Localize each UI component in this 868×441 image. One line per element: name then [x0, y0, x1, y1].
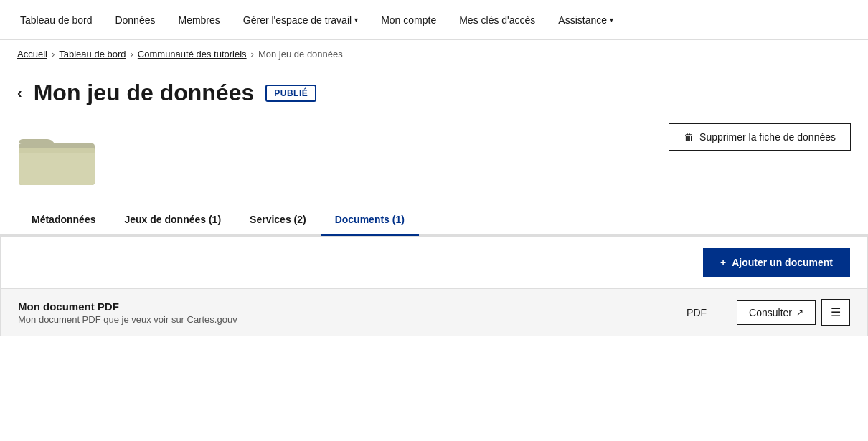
document-description: Mon document PDF que je veux voir sur Ca…	[18, 314, 656, 325]
document-actions: Consulter ↗ ☰	[737, 299, 850, 326]
svg-rect-2	[19, 148, 95, 153]
nav-tableau-de-bord[interactable]: Tableau de bord	[11, 9, 100, 32]
nav-assistance[interactable]: Assistance ▾	[549, 9, 622, 32]
add-document-button[interactable]: + Ajouter un document	[703, 248, 850, 277]
nav-donnees[interactable]: Données	[106, 9, 164, 32]
nav-gerer-espace[interactable]: Gérer l'espace de travail ▾	[235, 9, 367, 32]
nav-mon-compte[interactable]: Mon compte	[372, 9, 445, 32]
document-menu-button[interactable]: ☰	[821, 299, 850, 326]
breadcrumb-accueil[interactable]: Accueil	[17, 49, 47, 60]
tabs-bar: Métadonnées Jeux de données (1) Services…	[0, 205, 868, 236]
page-header: ‹ Mon jeu de données PUBLIÉ	[0, 68, 868, 112]
document-name: Mon document PDF	[18, 300, 656, 313]
chevron-down-icon: ▾	[354, 16, 358, 24]
plus-icon: +	[720, 257, 726, 268]
external-link-icon: ↗	[796, 308, 803, 318]
add-document-row: + Ajouter un document	[1, 237, 867, 288]
consult-button[interactable]: Consulter ↗	[737, 300, 816, 325]
dataset-folder-icon	[17, 123, 96, 188]
delete-button[interactable]: 🗑 Supprimer la fiche de données	[669, 123, 851, 151]
tab-jeux-de-donnees[interactable]: Jeux de données (1)	[110, 205, 235, 236]
document-info: Mon document PDF Mon document PDF que je…	[18, 300, 656, 325]
breadcrumb-tableau-de-bord[interactable]: Tableau de bord	[59, 49, 126, 60]
page-title: Mon jeu de données	[34, 80, 255, 106]
document-type: PDF	[668, 307, 725, 318]
tab-services[interactable]: Services (2)	[235, 205, 321, 236]
back-button[interactable]: ‹	[17, 85, 22, 101]
breadcrumb-current: Mon jeu de données	[258, 49, 343, 60]
breadcrumb: Accueil › Tableau de bord › Communauté d…	[0, 40, 868, 68]
status-badge: PUBLIÉ	[265, 85, 316, 102]
content-area: 🗑 Supprimer la fiche de données	[0, 112, 868, 199]
nav-membres[interactable]: Membres	[169, 9, 228, 32]
menu-icon: ☰	[831, 305, 841, 319]
main-nav: Tableau de bord Données Membres Gérer l'…	[0, 0, 868, 40]
document-list-item: Mon document PDF Mon document PDF que je…	[1, 288, 867, 336]
tab-content-documents: + Ajouter un document Mon document PDF M…	[0, 236, 868, 336]
breadcrumb-communaute[interactable]: Communauté des tutoriels	[138, 49, 247, 60]
trash-icon: 🗑	[684, 131, 694, 143]
tab-documents[interactable]: Documents (1)	[321, 205, 419, 236]
tab-metadonnees[interactable]: Métadonnées	[17, 205, 110, 236]
nav-mes-cles[interactable]: Mes clés d'accès	[450, 9, 544, 32]
chevron-down-icon: ▾	[610, 16, 613, 24]
